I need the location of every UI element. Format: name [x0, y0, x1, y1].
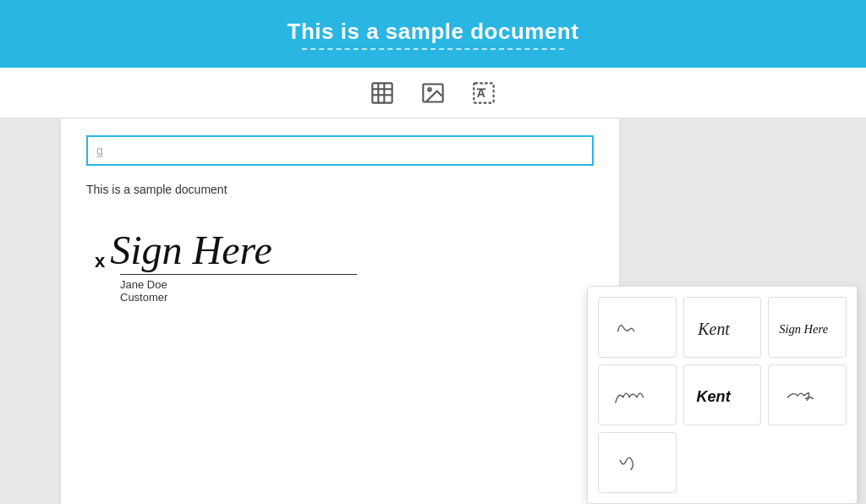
signature-x-prefix: x [95, 252, 105, 271]
svg-point-6 [428, 88, 431, 91]
svg-rect-0 [372, 83, 392, 102]
document-page: g This is a sample document x Sign Here … [61, 118, 619, 504]
text-box-icon[interactable]: A [469, 78, 499, 108]
svg-text:Kent: Kent [697, 320, 730, 338]
signature-option-4[interactable] [598, 364, 677, 425]
svg-text:A: A [477, 85, 485, 99]
signature-option-2[interactable]: Kent [683, 297, 762, 358]
signature-area: x Sign Here Jane Doe Customer [86, 230, 594, 304]
signer-name: Jane Doe [120, 278, 594, 291]
toolbar: A [0, 68, 866, 118]
image-icon[interactable] [418, 78, 448, 108]
signature-option-1[interactable] [598, 297, 677, 358]
svg-text:Sign Here: Sign Here [780, 322, 829, 336]
signature-option-3[interactable]: Sign Here [768, 297, 847, 358]
signature-cursive: Sign Here [110, 230, 272, 271]
signature-line: x Sign Here [95, 230, 594, 271]
signer-role: Customer [120, 291, 594, 304]
signature-option-7[interactable] [598, 432, 677, 493]
document-area: g This is a sample document x Sign Here … [0, 118, 866, 504]
signature-option-6[interactable] [768, 364, 847, 425]
document-body-text: This is a sample document [86, 183, 594, 196]
table-icon[interactable] [367, 78, 397, 108]
signature-option-5[interactable]: Kent [683, 364, 762, 425]
signature-picker-panel: Kent Sign Here Kent [587, 286, 858, 504]
signature-underline [120, 274, 357, 275]
document-input-bar[interactable]: g [86, 135, 594, 166]
document-title: This is a sample document [288, 19, 579, 45]
svg-text:Kent: Kent [696, 388, 731, 405]
page-header: This is a sample document [0, 0, 866, 68]
title-underline [302, 48, 564, 50]
input-placeholder-text: g [96, 144, 103, 157]
